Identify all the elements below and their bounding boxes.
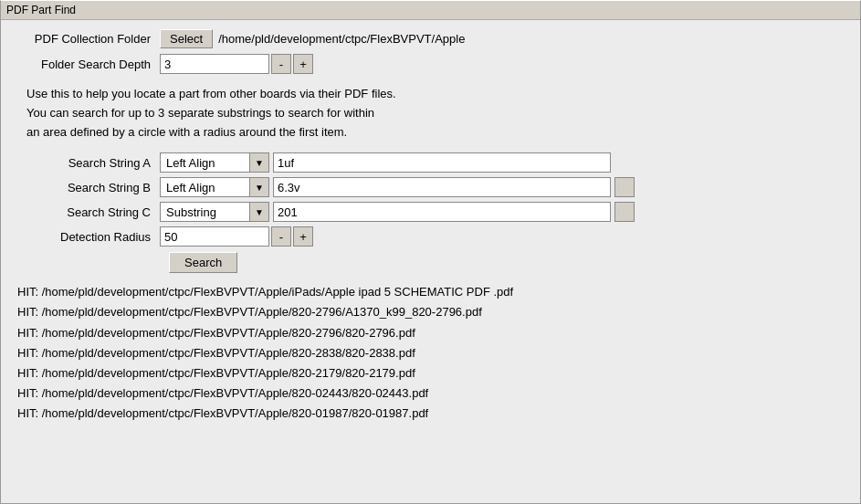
radius-label: Detection Radius — [14, 230, 160, 244]
description-block: Use this to help you locate a part from … — [14, 85, 847, 142]
main-window: PDF Part Find PDF Collection Folder Sele… — [0, 0, 861, 504]
search-b-label: Search String B — [14, 181, 160, 194]
select-folder-button[interactable]: Select — [160, 29, 213, 48]
search-c-align-select[interactable]: Left Align Right Align Center Substring — [160, 202, 269, 222]
search-c-input[interactable] — [273, 202, 611, 222]
search-a-input[interactable] — [273, 152, 611, 173]
radius-row: Detection Radius - + — [14, 226, 847, 247]
depth-row: Folder Search Depth - + — [14, 54, 847, 74]
search-a-label: Search String A — [14, 156, 160, 170]
hit-line-4: HIT: /home/pld/development/ctpc/FlexBVPV… — [17, 343, 847, 363]
search-b-input[interactable] — [273, 177, 611, 197]
search-a-dropdown-wrapper: Left Align Right Align Center Substring … — [160, 152, 269, 173]
search-c-label: Search String C — [14, 205, 160, 219]
search-c-row: Search String C Left Align Right Align C… — [14, 202, 847, 222]
desc-line1: Use this to help you locate a part from … — [26, 85, 847, 104]
search-c-color-box — [614, 202, 635, 222]
hit-line-3: HIT: /home/pld/development/ctpc/FlexBVPV… — [17, 323, 847, 343]
results-block: HIT: /home/pld/development/ctpc/FlexBVPV… — [14, 282, 847, 424]
depth-spinner: - + — [160, 54, 313, 74]
folder-row: PDF Collection Folder Select /home/pld/d… — [14, 29, 847, 48]
hit-line-1: HIT: /home/pld/development/ctpc/FlexBVPV… — [17, 282, 847, 302]
hit-line-5: HIT: /home/pld/development/ctpc/FlexBVPV… — [17, 363, 847, 383]
radius-plus-button[interactable]: + — [293, 226, 313, 247]
search-b-row: Search String B Left Align Right Align C… — [14, 177, 847, 197]
search-b-align-select[interactable]: Left Align Right Align Center Substring — [160, 177, 269, 197]
search-button-row: Search — [14, 252, 847, 273]
search-b-dropdown-wrapper: Left Align Right Align Center Substring … — [160, 177, 269, 197]
depth-input[interactable] — [160, 54, 269, 74]
window-title: PDF Part Find — [6, 4, 76, 16]
search-a-row: Search String A Left Align Right Align C… — [14, 152, 847, 173]
radius-spinner: - + — [160, 226, 313, 247]
desc-line3: an area defined by a circle with a radiu… — [26, 123, 847, 142]
search-c-dropdown-wrapper: Left Align Right Align Center Substring … — [160, 202, 269, 222]
folder-path: /home/pld/development/ctpc/FlexBVPVT/App… — [218, 32, 465, 46]
depth-plus-button[interactable]: + — [293, 54, 313, 74]
search-b-color-box — [614, 177, 635, 197]
hit-line-2: HIT: /home/pld/development/ctpc/FlexBVPV… — [17, 302, 847, 322]
search-a-align-select[interactable]: Left Align Right Align Center Substring — [160, 152, 269, 173]
desc-line2: You can search for up to 3 separate subs… — [26, 104, 847, 123]
folder-label: PDF Collection Folder — [14, 32, 160, 46]
radius-input[interactable] — [160, 226, 269, 247]
depth-minus-button[interactable]: - — [271, 54, 291, 74]
hit-line-6: HIT: /home/pld/development/ctpc/FlexBVPV… — [17, 383, 847, 404]
search-button[interactable]: Search — [169, 252, 237, 273]
hit-line-7: HIT: /home/pld/development/ctpc/FlexBVPV… — [17, 404, 847, 424]
radius-minus-button[interactable]: - — [271, 226, 291, 247]
depth-label: Folder Search Depth — [14, 58, 160, 71]
title-bar: PDF Part Find — [1, 1, 860, 20]
